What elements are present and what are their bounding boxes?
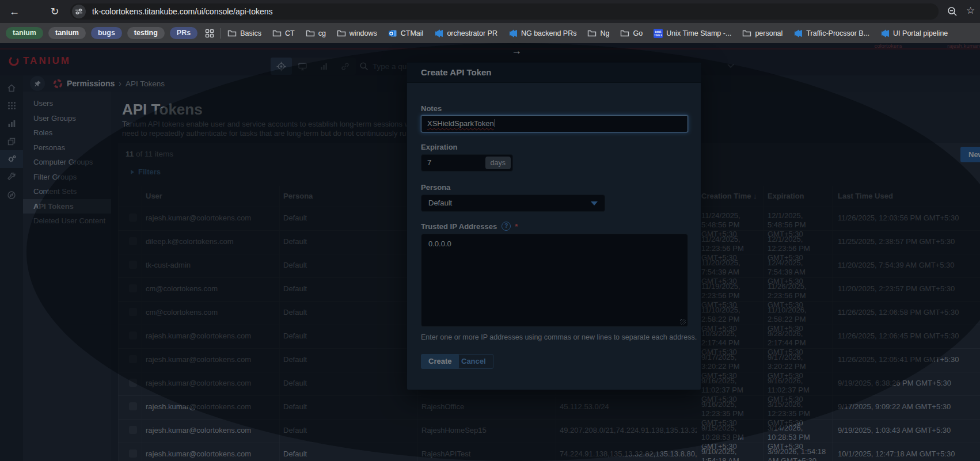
bookmark-item[interactable]: orchestrator PR — [434, 29, 497, 38]
browser-window: ← → ↻ tk-colortokens.titankube.com/ui/co… — [0, 0, 980, 461]
danstools-icon: DANSTOOLS — [654, 29, 663, 38]
bookmarks-separator — [220, 28, 221, 39]
browser-toolbar: ← → ↻ tk-colortokens.titankube.com/ui/co… — [0, 0, 980, 23]
tab-group-label: tanium — [13, 29, 36, 37]
bookmark-label: windows — [350, 29, 377, 37]
bookmark-label: NG backend PRs — [521, 29, 577, 37]
url-text: tk-colortokens.titankube.com/ui/console/… — [92, 3, 273, 20]
folder-icon — [306, 29, 315, 38]
tab-group-chip[interactable]: PRs — [170, 27, 197, 39]
tab-groups-grid-icon[interactable] — [205, 29, 214, 38]
bookmark-label: Basics — [240, 29, 261, 37]
tab-group-chip[interactable]: tanium — [48, 27, 86, 39]
reload-button[interactable]: ↻ — [47, 4, 62, 19]
bookmark-label: CTMail — [401, 29, 424, 37]
bookmark-item[interactable]: personal — [742, 29, 783, 38]
bookmark-label: orchestrator PR — [447, 29, 497, 37]
bookmark-item[interactable]: Traffic-Procssor B... — [793, 29, 869, 38]
tab-group-chip[interactable]: testing — [127, 27, 165, 39]
bookmark-item[interactable]: CTMail — [388, 29, 424, 38]
address-bar[interactable]: tk-colortokens.titankube.com/ui/console/… — [70, 3, 939, 20]
forward-button[interactable]: → — [26, 43, 980, 461]
bookmark-item[interactable]: Go — [620, 29, 643, 38]
bookmark-star-icon[interactable]: ☆ — [966, 5, 975, 17]
bookmarks-bar: tanium tanium bugs testing PRs Basics CT… — [0, 23, 980, 43]
tab-group-chip[interactable]: bugs — [91, 27, 122, 39]
bookmark-item[interactable]: windows — [337, 29, 377, 38]
bookmark-item[interactable]: Ng — [587, 29, 609, 38]
folder-icon — [620, 29, 629, 38]
tab-group-label: PRs — [177, 29, 191, 37]
bookmark-label: UI Portal pipeline — [893, 29, 948, 37]
bookmark-item[interactable]: NG backend PRs — [508, 29, 577, 38]
azure-devops-icon — [793, 29, 803, 38]
azure-devops-icon — [508, 29, 518, 38]
folder-icon — [272, 29, 282, 38]
bookmark-label: Traffic-Procssor B... — [806, 29, 869, 37]
tab-group-label: testing — [134, 29, 158, 37]
site-settings-icon[interactable] — [72, 5, 86, 18]
tab-group-label: bugs — [98, 29, 115, 37]
bookmark-label: Ng — [600, 29, 609, 37]
folder-icon — [587, 29, 597, 38]
bookmark-item[interactable]: CT — [272, 29, 295, 38]
outlook-icon — [388, 29, 397, 38]
bookmark-item[interactable]: DANSTOOLSUnix Time Stamp -... — [654, 29, 731, 38]
bookmark-item[interactable]: UI Portal pipeline — [880, 29, 948, 38]
svg-text:TOOLS: TOOLS — [654, 34, 662, 37]
bookmark-label: personal — [755, 29, 783, 37]
folder-icon — [337, 29, 346, 38]
bookmark-item[interactable]: Basics — [227, 29, 261, 38]
bookmark-label: Unix Time Stamp -... — [666, 29, 731, 37]
svg-text:DANS: DANS — [655, 31, 662, 33]
bookmark-label: Go — [633, 29, 643, 37]
tab-group-chip[interactable]: tanium — [6, 27, 43, 39]
bookmark-label: CT — [285, 29, 295, 37]
zoom-out-icon[interactable] — [947, 6, 958, 17]
folder-icon — [742, 29, 751, 38]
tab-group-label: tanium — [55, 29, 79, 37]
bookmark-label: cg — [318, 29, 326, 37]
bookmark-item[interactable]: cg — [306, 29, 326, 38]
back-button[interactable]: ← — [7, 4, 22, 19]
folder-icon — [227, 29, 237, 38]
azure-devops-icon — [880, 29, 890, 38]
azure-devops-icon — [434, 29, 443, 38]
